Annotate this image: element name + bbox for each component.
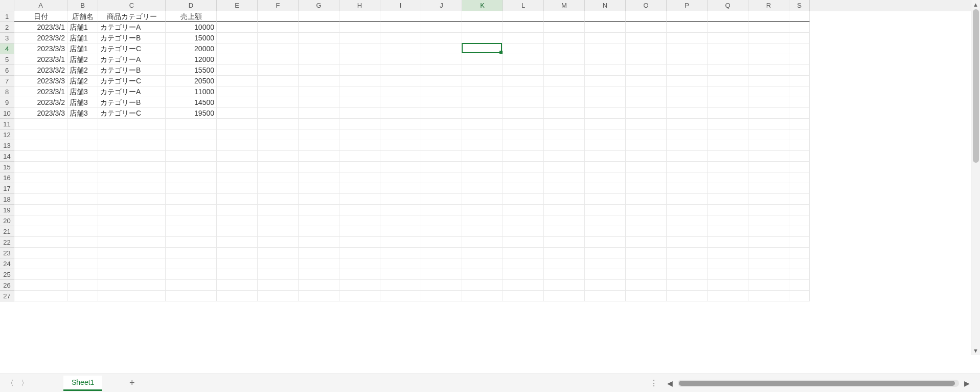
- cell-F25[interactable]: [258, 269, 299, 280]
- cell-C17[interactable]: [98, 183, 166, 194]
- cell-L12[interactable]: [503, 129, 544, 140]
- cell-L14[interactable]: [503, 151, 544, 162]
- cell-A2[interactable]: 2023/3/1: [14, 22, 67, 33]
- cell-H17[interactable]: [339, 183, 380, 194]
- cell-J21[interactable]: [421, 226, 462, 237]
- cell-F13[interactable]: [258, 140, 299, 151]
- cell-K19[interactable]: [462, 205, 503, 215]
- cell-S3[interactable]: [789, 33, 810, 43]
- cell-M25[interactable]: [544, 269, 585, 280]
- cell-B18[interactable]: [67, 194, 98, 205]
- cell-P19[interactable]: [667, 205, 708, 215]
- cell-S27[interactable]: [789, 291, 810, 301]
- cell-Q19[interactable]: [708, 205, 748, 215]
- cell-I26[interactable]: [380, 280, 421, 291]
- cell-A4[interactable]: 2023/3/3: [14, 43, 67, 54]
- row-header-11[interactable]: 11: [0, 119, 14, 129]
- cell-M16[interactable]: [544, 172, 585, 183]
- cell-S21[interactable]: [789, 226, 810, 237]
- cell-L13[interactable]: [503, 140, 544, 151]
- cell-C14[interactable]: [98, 151, 166, 162]
- horizontal-scrollbar[interactable]: ◀ ▶: [665, 378, 972, 388]
- row-header-26[interactable]: 26: [0, 280, 14, 291]
- cell-P8[interactable]: [667, 86, 708, 97]
- cell-M23[interactable]: [544, 248, 585, 258]
- cell-R7[interactable]: [748, 76, 789, 86]
- cell-E3[interactable]: [217, 33, 258, 43]
- cell-F22[interactable]: [258, 237, 299, 248]
- cell-A6[interactable]: 2023/3/2: [14, 65, 67, 76]
- cell-D10[interactable]: 19500: [166, 108, 217, 119]
- cell-S1[interactable]: [789, 11, 810, 22]
- cell-B17[interactable]: [67, 183, 98, 194]
- cell-Q13[interactable]: [708, 140, 748, 151]
- cell-Q7[interactable]: [708, 76, 748, 86]
- cell-B21[interactable]: [67, 226, 98, 237]
- cell-E25[interactable]: [217, 269, 258, 280]
- cell-E2[interactable]: [217, 22, 258, 33]
- cell-G5[interactable]: [299, 54, 339, 65]
- cell-L4[interactable]: [503, 43, 544, 54]
- cell-D20[interactable]: [166, 215, 217, 226]
- cell-K24[interactable]: [462, 258, 503, 269]
- cell-P9[interactable]: [667, 97, 708, 108]
- cell-E5[interactable]: [217, 54, 258, 65]
- cell-I16[interactable]: [380, 172, 421, 183]
- cell-I8[interactable]: [380, 86, 421, 97]
- cell-P22[interactable]: [667, 237, 708, 248]
- cell-N4[interactable]: [585, 43, 626, 54]
- cell-K17[interactable]: [462, 183, 503, 194]
- cell-E11[interactable]: [217, 119, 258, 129]
- cell-F18[interactable]: [258, 194, 299, 205]
- cell-A11[interactable]: [14, 119, 67, 129]
- row-header-16[interactable]: 16: [0, 172, 14, 183]
- cell-Q16[interactable]: [708, 172, 748, 183]
- cell-R2[interactable]: [748, 22, 789, 33]
- cell-B10[interactable]: 店舗3: [67, 108, 98, 119]
- cell-M9[interactable]: [544, 97, 585, 108]
- cell-C8[interactable]: カテゴリーA: [98, 86, 166, 97]
- cell-F10[interactable]: [258, 108, 299, 119]
- cell-P18[interactable]: [667, 194, 708, 205]
- column-header-Q[interactable]: Q: [708, 0, 748, 11]
- scroll-down-icon[interactable]: ▼: [971, 346, 981, 355]
- cell-B15[interactable]: [67, 162, 98, 172]
- cell-M27[interactable]: [544, 291, 585, 301]
- cell-I18[interactable]: [380, 194, 421, 205]
- cell-H1[interactable]: [339, 11, 380, 22]
- add-sheet-button[interactable]: +: [125, 376, 139, 390]
- row-header-12[interactable]: 12: [0, 129, 14, 140]
- cell-L26[interactable]: [503, 280, 544, 291]
- cell-A26[interactable]: [14, 280, 67, 291]
- cell-P2[interactable]: [667, 22, 708, 33]
- cell-M12[interactable]: [544, 129, 585, 140]
- cell-N11[interactable]: [585, 119, 626, 129]
- cell-I2[interactable]: [380, 22, 421, 33]
- scroll-right-icon[interactable]: ▶: [962, 378, 972, 388]
- cell-Q22[interactable]: [708, 237, 748, 248]
- cell-E4[interactable]: [217, 43, 258, 54]
- cell-R6[interactable]: [748, 65, 789, 76]
- cell-N14[interactable]: [585, 151, 626, 162]
- cell-F20[interactable]: [258, 215, 299, 226]
- cell-M20[interactable]: [544, 215, 585, 226]
- cell-J8[interactable]: [421, 86, 462, 97]
- vscroll-thumb[interactable]: [973, 9, 979, 163]
- row-header-1[interactable]: 1: [0, 11, 14, 22]
- cell-C9[interactable]: カテゴリーB: [98, 97, 166, 108]
- cell-M17[interactable]: [544, 183, 585, 194]
- cell-K13[interactable]: [462, 140, 503, 151]
- cell-E9[interactable]: [217, 97, 258, 108]
- cell-D26[interactable]: [166, 280, 217, 291]
- cell-G1[interactable]: [299, 11, 339, 22]
- cell-C1[interactable]: 商品カテゴリー: [98, 11, 166, 22]
- cell-D15[interactable]: [166, 162, 217, 172]
- cell-B9[interactable]: 店舗3: [67, 97, 98, 108]
- cell-A8[interactable]: 2023/3/1: [14, 86, 67, 97]
- row-header-14[interactable]: 14: [0, 151, 14, 162]
- cell-O18[interactable]: [626, 194, 667, 205]
- cell-C21[interactable]: [98, 226, 166, 237]
- cell-F4[interactable]: [258, 43, 299, 54]
- cell-N3[interactable]: [585, 33, 626, 43]
- cell-J12[interactable]: [421, 129, 462, 140]
